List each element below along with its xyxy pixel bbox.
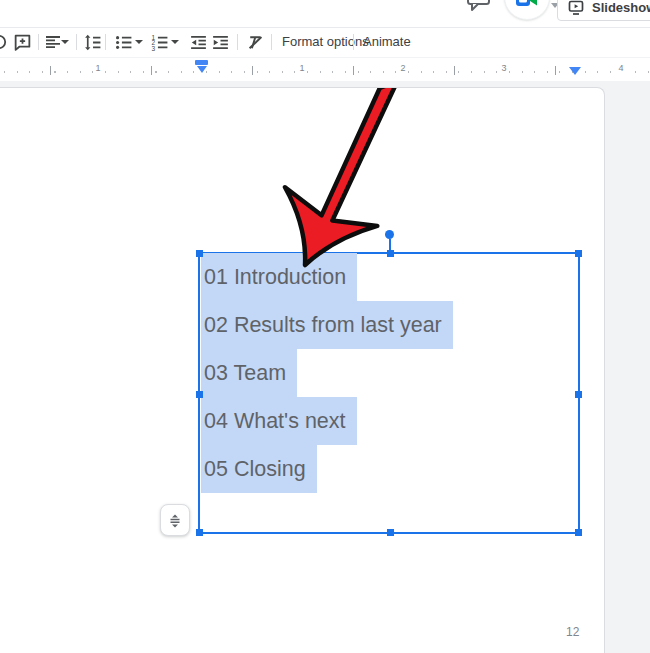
ruler-half-ticks — [50, 66, 650, 75]
resize-handle-top-right[interactable] — [575, 250, 582, 257]
ruler-label: 1 — [93, 63, 102, 73]
numbered-list-icon[interactable]: 1 2 3 — [149, 32, 169, 52]
toolbar-separator — [105, 34, 106, 50]
toolbar-separator — [237, 34, 238, 50]
animate-button[interactable]: Animate — [363, 34, 411, 49]
toolbar-separator — [76, 34, 77, 50]
ruler-label: 4 — [616, 63, 625, 73]
horizontal-ruler: 1 1 2 3 4 — [0, 57, 650, 81]
toolbar-separator — [38, 34, 39, 50]
highlighted-text[interactable]: 02 Results from last year — [201, 301, 453, 349]
google-slides-window: Slideshow — [0, 0, 650, 653]
highlighted-text[interactable]: 03 Team — [201, 349, 297, 397]
resize-handle-top-center[interactable] — [387, 250, 394, 257]
left-indent-marker[interactable] — [195, 60, 208, 74]
autofit-icon — [168, 512, 182, 529]
toolbar-separator — [271, 34, 272, 50]
resize-handle-bottom-left[interactable] — [196, 529, 203, 536]
resize-handle-top-left[interactable] — [196, 250, 203, 257]
ruler-label: 1 — [297, 63, 306, 73]
list-item[interactable]: 05 Closing — [201, 445, 453, 493]
numbered-list-caret-icon[interactable] — [169, 32, 181, 52]
right-indent-marker[interactable] — [569, 67, 581, 75]
ruler-label: 2 — [398, 63, 407, 73]
line-spacing-icon[interactable] — [82, 32, 102, 52]
autofit-options-button[interactable] — [160, 504, 190, 536]
clear-formatting-icon[interactable] — [245, 32, 265, 52]
format-options-button[interactable]: Format options — [282, 34, 369, 49]
highlighted-text[interactable]: 05 Closing — [201, 445, 317, 493]
increase-indent-icon[interactable] — [210, 32, 230, 52]
resize-handle-bottom-right[interactable] — [575, 529, 582, 536]
text-box-content: 01 Introduction 02 Results from last yea… — [201, 253, 453, 493]
list-item[interactable]: 04 What's next — [201, 397, 453, 445]
partial-circle-icon[interactable] — [0, 32, 11, 52]
slide-page-number: 12 — [566, 625, 579, 639]
rotation-handle[interactable] — [385, 230, 394, 239]
editor-canvas: 01 Introduction 02 Results from last yea… — [0, 80, 650, 653]
svg-text:3: 3 — [151, 44, 155, 51]
list-item[interactable]: 01 Introduction — [201, 253, 453, 301]
resize-handle-middle-left[interactable] — [196, 391, 203, 398]
slideshow-display-icon — [568, 0, 584, 15]
bulleted-list-icon[interactable] — [113, 32, 133, 52]
resize-handle-middle-right[interactable] — [575, 391, 582, 398]
slide-page[interactable]: 01 Introduction 02 Results from last yea… — [0, 87, 605, 653]
comment-icon[interactable] — [466, 0, 492, 12]
bulleted-list-caret-icon[interactable] — [133, 32, 145, 52]
toolbar-separator — [353, 34, 354, 50]
slideshow-button-label: Slideshow — [592, 0, 650, 15]
app-top-bar: Slideshow — [0, 0, 650, 28]
formatting-toolbar: 1 2 3 Format optio — [0, 27, 650, 57]
slideshow-button[interactable]: Slideshow — [557, 0, 650, 21]
meet-icon[interactable] — [504, 0, 550, 20]
highlighted-text[interactable]: 01 Introduction — [201, 253, 357, 301]
highlighted-text[interactable]: 04 What's next — [201, 397, 357, 445]
ruler-label: 3 — [499, 63, 508, 73]
text-align-caret-icon[interactable] — [59, 32, 71, 52]
resize-handle-bottom-center[interactable] — [387, 529, 394, 536]
add-comment-icon[interactable] — [12, 32, 32, 52]
list-item[interactable]: 02 Results from last year — [201, 301, 453, 349]
decrease-indent-icon[interactable] — [188, 32, 208, 52]
list-item[interactable]: 03 Team — [201, 349, 453, 397]
